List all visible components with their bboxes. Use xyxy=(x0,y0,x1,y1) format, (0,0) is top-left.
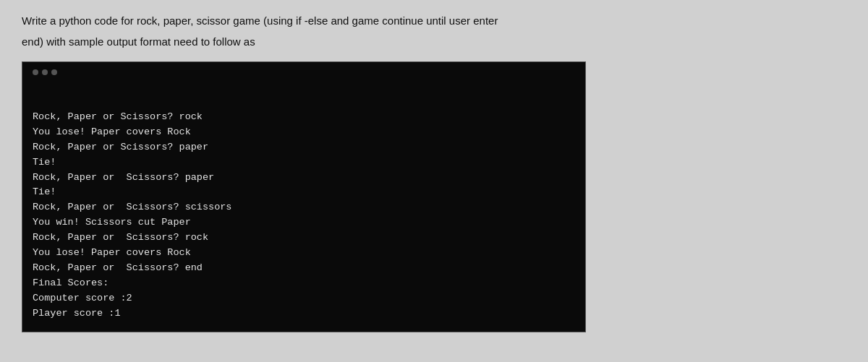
terminal-line: Tie! xyxy=(33,155,575,171)
terminal-line: You lose! Paper covers Rock xyxy=(33,125,575,140)
terminal-line: Rock, Paper or Scissors? rock xyxy=(33,110,575,125)
terminal-line: You lose! Paper covers Rock xyxy=(33,246,575,261)
terminal-line: You win! Scissors cut Paper xyxy=(33,215,575,230)
terminal-line: Rock, Paper or Scissors? paper xyxy=(33,140,575,155)
terminal-window: Rock, Paper or Scissors? rockYou lose! P… xyxy=(22,61,586,332)
terminal-line: Rock, Paper or Scissors? end xyxy=(33,261,575,276)
question-line1: Write a python code for rock, paper, sci… xyxy=(22,13,498,30)
terminal-line: Rock, Paper or Scissors? rock xyxy=(33,230,575,246)
terminal-line: Rock, Paper or Scissors? paper xyxy=(33,171,575,186)
terminal-line: Rock, Paper or Scissors? scissors xyxy=(33,200,575,215)
terminal-titlebar xyxy=(33,69,575,75)
terminal-output: Rock, Paper or Scissors? rockYou lose! P… xyxy=(33,79,575,322)
terminal-line: Computer score :2 xyxy=(33,291,575,306)
question-block: Write a python code for rock, paper, sci… xyxy=(22,13,498,61)
terminal-line: Player score :1 xyxy=(33,306,575,322)
terminal-line: Final Scores: xyxy=(33,276,575,291)
dot-3 xyxy=(51,69,57,75)
dot-1 xyxy=(33,69,38,75)
dot-2 xyxy=(42,69,48,75)
terminal-line: Tie! xyxy=(33,185,575,200)
question-line2: end) with sample output format need to f… xyxy=(22,34,498,51)
